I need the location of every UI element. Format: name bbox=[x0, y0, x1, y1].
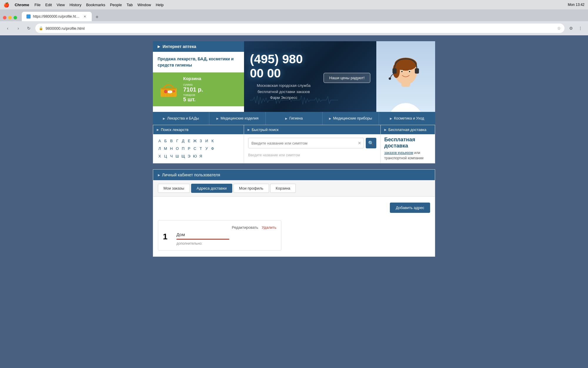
search-submit-btn[interactable]: 🔍 bbox=[366, 138, 376, 148]
alpha-Kh[interactable]: Х bbox=[157, 152, 162, 160]
tab-title: https://9800000.ru/profile.htm... bbox=[33, 14, 80, 19]
edit-address-link[interactable]: Редактировать bbox=[232, 225, 258, 230]
nav-instruments-label: Медицинские приборы bbox=[333, 116, 372, 120]
tab-cart[interactable]: Корзина bbox=[270, 184, 296, 193]
alpha-Sh[interactable]: Ш bbox=[175, 152, 180, 160]
alpha-I[interactable]: И bbox=[204, 137, 209, 145]
menu-icon[interactable]: ⋮ bbox=[576, 24, 584, 32]
alpha-Yu[interactable]: Ю bbox=[193, 152, 197, 160]
close-window-btn[interactable] bbox=[3, 16, 6, 19]
alpha-A[interactable]: А bbox=[157, 137, 162, 145]
drug-search-panel: ▶ Поиск лекарств А Б В Г Д Е Ж З И К bbox=[153, 125, 244, 163]
menu-window[interactable]: Window bbox=[137, 3, 151, 7]
alpha-Z[interactable]: З bbox=[198, 137, 203, 145]
alphabet-row-2: Л М Н О П Р С Т У Ф bbox=[157, 145, 240, 152]
search-input[interactable] bbox=[251, 141, 361, 145]
menu-edit[interactable]: Edit bbox=[45, 3, 52, 7]
alpha-U[interactable]: У bbox=[204, 145, 209, 152]
nav-instruments[interactable]: ▶ Медицинские приборы bbox=[323, 112, 379, 125]
quick-search-title: Быстрый поиск bbox=[252, 127, 279, 132]
alpha-Ts[interactable]: Ц bbox=[163, 152, 168, 160]
menu-history[interactable]: History bbox=[69, 3, 81, 7]
alpha-N[interactable]: Н bbox=[169, 145, 174, 152]
alpha-O[interactable]: О bbox=[175, 145, 180, 152]
alpha-M[interactable]: М bbox=[163, 145, 168, 152]
nav-cosmetics[interactable]: ▶ Косметика и Уход bbox=[379, 112, 435, 125]
user-cabinet: ▶ Личный кабинет пользователя Мои заказы… bbox=[153, 169, 435, 257]
brand-banner[interactable]: ▶ Интернет аптека bbox=[153, 41, 244, 52]
address-bar[interactable]: 🔒 9800000.ru/profile.html ☆ bbox=[35, 24, 564, 33]
alpha-K[interactable]: К bbox=[210, 137, 215, 145]
alpha-G[interactable]: Г bbox=[175, 137, 180, 145]
cart-count-value: 5 шт. bbox=[183, 97, 203, 103]
alpha-Ch[interactable]: Ч bbox=[169, 152, 174, 160]
alpha-Eh[interactable]: Э bbox=[187, 152, 191, 160]
tab-delivery-addresses[interactable]: Адреса доставки bbox=[191, 184, 232, 193]
browser-tab[interactable]: 🌐 https://9800000.ru/profile.htm... ✕ bbox=[22, 12, 92, 21]
phone-inner: (495) 980 00 00 Московская городская слу… bbox=[250, 52, 370, 101]
tab-my-orders[interactable]: Мои заказы bbox=[158, 184, 190, 193]
courier-link[interactable]: заказов курьером bbox=[384, 151, 413, 155]
alpha-V[interactable]: В bbox=[169, 137, 174, 145]
nav-cosmetics-icon: ▶ bbox=[390, 117, 392, 120]
reload-btn[interactable]: ↻ bbox=[25, 24, 33, 32]
nav-medical[interactable]: ▶ Медицинские изделия bbox=[209, 112, 266, 125]
svg-rect-1 bbox=[161, 88, 176, 89]
back-btn[interactable]: ‹ bbox=[4, 24, 12, 32]
cart-section[interactable]: Корзина сумма 7101 р. товаров 5 шт. bbox=[153, 72, 244, 106]
site-header: ▶ Интернет аптека Продажа лекарств, БАД,… bbox=[153, 41, 435, 112]
alpha-B[interactable]: Б bbox=[163, 137, 168, 145]
search-hint: Введите название или симптом bbox=[244, 152, 380, 161]
search-input-row: ✕ 🔍 bbox=[244, 134, 380, 152]
menu-file[interactable]: File bbox=[34, 3, 41, 7]
header-left: ▶ Интернет аптека Продажа лекарств, БАД,… bbox=[153, 41, 244, 112]
new-tab-btn[interactable]: + bbox=[93, 13, 101, 21]
menu-view[interactable]: View bbox=[56, 3, 65, 7]
alphabet-row-3: Х Ц Ч Ш Щ Э Ю Я bbox=[157, 152, 240, 160]
drug-search-header: ▶ Поиск лекарств bbox=[153, 125, 244, 134]
bookmark-icon[interactable]: ☆ bbox=[557, 26, 561, 31]
nav-instruments-icon: ▶ bbox=[329, 117, 331, 120]
menu-tab[interactable]: Tab bbox=[126, 3, 133, 7]
prices-btn[interactable]: Наши цены радуют! bbox=[323, 73, 370, 83]
alpha-R[interactable]: Р bbox=[187, 145, 191, 152]
svg-point-21 bbox=[389, 77, 391, 80]
alpha-S[interactable]: С bbox=[193, 145, 197, 152]
menu-help[interactable]: Help bbox=[156, 3, 164, 7]
alpha-D[interactable]: Д bbox=[181, 137, 186, 145]
alpha-Zh[interactable]: Ж bbox=[193, 137, 197, 145]
nav-drugs[interactable]: ▶ Лекарства и БАДы bbox=[153, 112, 209, 125]
cart-sum-label: сумма bbox=[183, 83, 203, 86]
maximize-window-btn[interactable] bbox=[14, 16, 17, 19]
extensions-icon[interactable]: ⚙ bbox=[567, 24, 575, 32]
menu-people[interactable]: People bbox=[110, 3, 122, 7]
cart-sum-value: 7101 р. bbox=[183, 86, 203, 93]
brand-play-icon: ▶ bbox=[158, 44, 160, 49]
alpha-P[interactable]: П bbox=[181, 145, 186, 152]
menubar-right: Mon 13:42 bbox=[568, 3, 584, 7]
tab-my-profile[interactable]: Мои профиль bbox=[233, 184, 269, 193]
alpha-Ya[interactable]: Я bbox=[198, 152, 203, 160]
apple-icon[interactable]: 🍎 bbox=[4, 2, 9, 8]
delivery-panel-title: Бесплатная доставка bbox=[388, 127, 426, 132]
add-address-btn[interactable]: Добавить адрес bbox=[390, 203, 430, 213]
forward-btn[interactable]: › bbox=[14, 24, 22, 32]
search-clear-btn[interactable]: ✕ bbox=[358, 141, 361, 145]
menu-bookmarks[interactable]: Bookmarks bbox=[86, 3, 105, 7]
minimize-window-btn[interactable] bbox=[8, 16, 12, 19]
nav-hygiene-label: Гигиена bbox=[289, 116, 303, 120]
nav-hygiene[interactable]: ▶ Гигиена bbox=[266, 112, 322, 125]
alpha-L[interactable]: Л bbox=[157, 145, 162, 152]
alpha-F[interactable]: Ф bbox=[210, 145, 215, 152]
chrome-app-label[interactable]: Chrome bbox=[15, 3, 29, 7]
svg-rect-20 bbox=[415, 68, 419, 74]
alpha-T[interactable]: Т bbox=[198, 145, 203, 152]
address-underline bbox=[176, 239, 229, 240]
delete-address-link[interactable]: Удалить bbox=[262, 225, 276, 230]
alpha-E[interactable]: Е bbox=[187, 137, 191, 145]
alpha-Shch[interactable]: Щ bbox=[181, 152, 186, 160]
phone-text-block: (495) 980 00 00 Московская городская слу… bbox=[250, 52, 318, 101]
delivery-panel-header: ▶ Бесплатная доставка bbox=[381, 125, 435, 134]
tab-close-btn[interactable]: ✕ bbox=[82, 14, 87, 19]
search-input-wrapper[interactable]: ✕ bbox=[248, 138, 364, 148]
